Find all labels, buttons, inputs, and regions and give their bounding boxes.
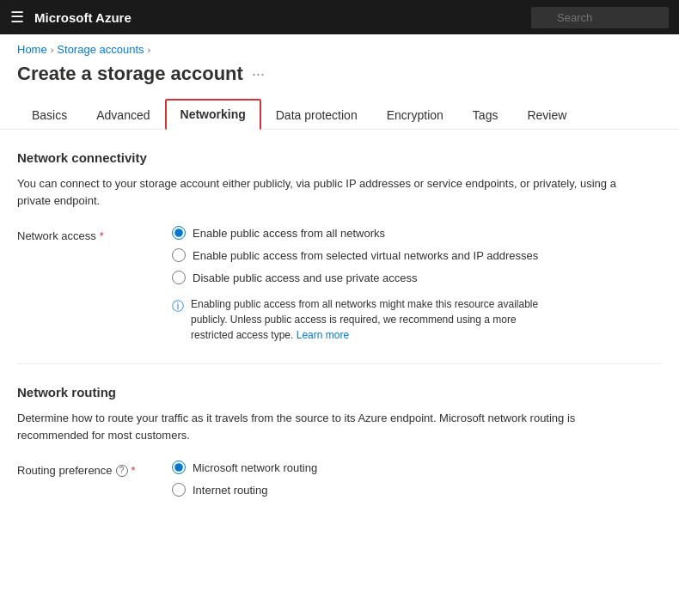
network-access-label: Network access * — [17, 226, 172, 242]
breadcrumb-home[interactable]: Home — [17, 43, 47, 56]
tab-bar: Basics Advanced Networking Data protecti… — [0, 99, 679, 130]
routing-option-microsoft[interactable]: Microsoft network routing — [172, 460, 317, 474]
radio-internet-routing[interactable] — [172, 483, 186, 497]
tab-encryption[interactable]: Encryption — [372, 101, 458, 130]
network-access-option-1[interactable]: Enable public access from all networks — [172, 226, 559, 240]
search-input[interactable] — [531, 7, 669, 28]
tab-networking[interactable]: Networking — [165, 99, 261, 130]
breadcrumb-sep2: › — [148, 45, 151, 55]
breadcrumb-storage-accounts[interactable]: Storage accounts — [57, 43, 144, 56]
tab-tags[interactable]: Tags — [458, 101, 513, 130]
network-routing-title: Network routing — [17, 385, 662, 399]
tab-review[interactable]: Review — [512, 101, 581, 130]
routing-preference-label: Routing preference ? * — [17, 460, 172, 477]
tab-advanced[interactable]: Advanced — [82, 101, 164, 130]
info-icon: ⓘ — [172, 297, 184, 315]
radio-disable-public[interactable] — [172, 271, 186, 284]
network-connectivity-title: Network connectivity — [17, 150, 662, 165]
tab-data-protection[interactable]: Data protection — [261, 101, 372, 130]
network-routing-description: Determine how to route your traffic as i… — [17, 410, 636, 443]
tab-basics[interactable]: Basics — [17, 101, 82, 130]
page-title: Create a storage account — [17, 63, 243, 85]
main-content: Network connectivity You can connect to … — [0, 130, 679, 531]
network-access-option-3[interactable]: Disable public access and use private ac… — [172, 271, 559, 284]
network-routing-section: Network routing Determine how to route y… — [17, 385, 662, 497]
network-access-row: Network access * Enable public access fr… — [17, 226, 662, 343]
routing-help-icon[interactable]: ? — [116, 465, 128, 477]
radio-selected-networks[interactable] — [172, 248, 186, 262]
page-title-area: Create a storage account ··· — [0, 59, 679, 99]
network-connectivity-section: Network connectivity You can connect to … — [17, 150, 662, 343]
topbar: ☰ Microsoft Azure 🔍 — [0, 0, 679, 34]
network-access-option-2[interactable]: Enable public access from selected virtu… — [172, 248, 559, 262]
page-title-more[interactable]: ··· — [252, 65, 265, 83]
search-wrapper: 🔍 — [531, 7, 669, 28]
routing-required-marker: * — [132, 464, 136, 477]
routing-controls: Microsoft network routing Internet routi… — [172, 460, 317, 497]
routing-preference-row: Routing preference ? * Microsoft network… — [17, 460, 662, 497]
topbar-left: ☰ Microsoft Azure — [10, 8, 132, 27]
learn-more-link[interactable]: Learn more — [297, 329, 349, 341]
breadcrumb: Home › Storage accounts › — [0, 34, 679, 59]
routing-option-internet[interactable]: Internet routing — [172, 483, 317, 497]
hamburger-menu[interactable]: ☰ — [10, 8, 24, 27]
breadcrumb-sep1: › — [51, 45, 54, 55]
required-marker: * — [100, 229, 104, 242]
radio-microsoft-routing[interactable] — [172, 460, 186, 474]
section-divider — [17, 363, 662, 364]
network-access-controls: Enable public access from all networks E… — [172, 226, 559, 343]
network-access-info: ⓘ Enabling public access from all networ… — [172, 296, 559, 343]
radio-all-networks[interactable] — [172, 226, 186, 240]
network-connectivity-description: You can connect to your storage account … — [17, 175, 636, 209]
app-title: Microsoft Azure — [34, 10, 132, 25]
